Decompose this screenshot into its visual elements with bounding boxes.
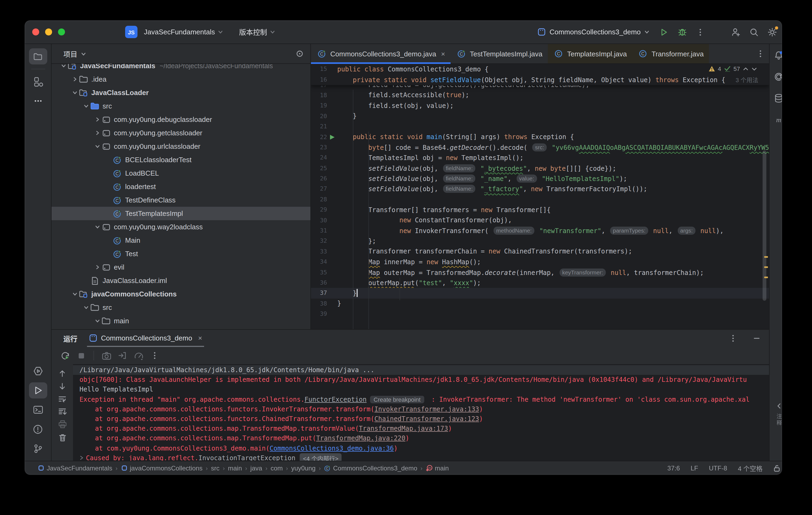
debug-button[interactable]	[674, 24, 690, 39]
tool-rail-at-button[interactable]	[770, 69, 782, 85]
tree-item-JavaSecFundamentals[interactable]: JavaSecFundamentals~/IdeaProjects/JavaSe…	[52, 64, 311, 73]
lock-icon[interactable]	[773, 464, 780, 472]
tool-rail-terminal-button[interactable]	[29, 402, 47, 418]
prev-problem-icon[interactable]	[743, 66, 749, 72]
tree-chevron-icon[interactable]	[70, 90, 79, 95]
editor-tab-CommonsCollections3_demo.java[interactable]: CCommonsCollections3_demo.java×	[311, 44, 451, 63]
tree-item-JavaClassLoader.iml[interactable]: JavaClassLoader.iml	[52, 274, 311, 287]
tree-item-Main[interactable]: CMain	[52, 234, 311, 247]
tree-item-.idea[interactable]: .idea	[52, 73, 311, 86]
internal-lines-chip[interactable]: <4 个内部行>	[300, 453, 342, 461]
tree-chevron-icon[interactable]	[82, 305, 90, 310]
project-panel-header[interactable]: 项目	[52, 44, 311, 64]
profiler-button[interactable]	[132, 349, 146, 362]
fold-icon[interactable]	[80, 456, 84, 460]
vcs-menu[interactable]: 版本控制	[237, 27, 278, 37]
tree-chevron-icon[interactable]	[70, 292, 79, 296]
close-window-button[interactable]	[32, 28, 39, 35]
tool-rail-git-branch-button[interactable]	[29, 440, 47, 456]
tree-chevron-icon[interactable]	[93, 117, 102, 122]
up-stack-trace-icon[interactable]	[59, 369, 66, 377]
caret-position-widget[interactable]: 37:6	[667, 464, 680, 472]
print-icon[interactable]	[58, 420, 67, 429]
tree-chevron-icon[interactable]	[93, 265, 102, 269]
clear-all-icon[interactable]	[58, 433, 66, 442]
breadcrumb-item-yuy0ung[interactable]: yuy0ung	[291, 464, 316, 472]
tool-rail-run-button[interactable]	[29, 382, 47, 398]
close-tab-icon[interactable]: ×	[441, 50, 445, 58]
locate-file-icon[interactable]	[295, 49, 304, 58]
tree-item-src[interactable]: src	[52, 301, 311, 314]
tree-item-evil[interactable]: evil	[52, 260, 311, 274]
stack-trace-link[interactable]: InvokerTransformer.java:133	[374, 405, 479, 413]
line-ending-widget[interactable]: LF	[691, 464, 698, 472]
tree-item-BCELclassloaderTest[interactable]: CBCELclassloaderTest	[52, 153, 311, 167]
usages-inlay-hint[interactable]: 3 个用法	[736, 77, 758, 83]
tool-rail-folder-button[interactable]	[29, 48, 47, 64]
tool-rail-bell-button[interactable]	[770, 47, 782, 63]
tree-item-main[interactable]: main	[52, 314, 311, 327]
tree-item-com.yuy0ung.debugclassloader[interactable]: com.yuy0ung.debugclassloader	[52, 113, 311, 126]
warning-stripe-mark[interactable]	[764, 277, 768, 278]
project-menu[interactable]: JavaSecFundamentals	[142, 28, 225, 36]
attach-debugger-button[interactable]	[115, 349, 129, 362]
stack-trace-link[interactable]: TransformedMap.java:173	[359, 425, 448, 432]
tool-rail-problems-button[interactable]	[29, 421, 47, 437]
stack-trace-link[interactable]: TransformedMap.java:220	[316, 435, 405, 442]
minimize-window-button[interactable]	[45, 28, 52, 35]
breadcrumb-item-main[interactable]: mmain	[426, 464, 449, 472]
close-icon[interactable]: ×	[198, 334, 202, 342]
editor-scrollbar[interactable]	[762, 150, 766, 301]
tree-item-LoadBCEL[interactable]: CLoadBCEL	[52, 167, 311, 180]
search-everywhere-button[interactable]	[746, 24, 762, 39]
warning-stripe-mark[interactable]	[764, 256, 768, 258]
settings-button[interactable]	[764, 24, 780, 39]
tool-rail-more-h-button[interactable]	[29, 93, 47, 109]
breadcrumb-item-JavaSecFundamentals[interactable]: JavaSecFundamentals	[37, 464, 112, 472]
tree-chevron-icon[interactable]	[93, 144, 102, 149]
run-console-tab[interactable]: CommonsCollections3_demo ×	[87, 330, 204, 347]
run-console-output[interactable]: /Library/Java/JavaVirtualMachines/jdk1.8…	[73, 364, 769, 461]
tool-rail-database-button[interactable]	[770, 90, 782, 106]
tree-chevron-icon[interactable]	[93, 318, 102, 323]
run-configuration-selector[interactable]: CommonsCollections3_demo	[533, 26, 654, 37]
zoom-window-button[interactable]	[58, 28, 65, 35]
editor-tab-TestTemplatesImpl.java[interactable]: CTestTemplatesImpl.java	[451, 44, 548, 63]
breadcrumb-item-src[interactable]: src	[211, 464, 220, 472]
hide-panel-button[interactable]	[750, 332, 764, 345]
tree-chevron-icon[interactable]	[93, 225, 102, 229]
encoding-widget[interactable]: UTF-8	[709, 464, 727, 472]
scroll-to-end-icon[interactable]	[58, 408, 66, 415]
breadcrumb-item-javaCommonsCollections[interactable]: javaCommonsCollections	[121, 464, 203, 472]
stack-trace-link[interactable]: FunctorException	[304, 396, 367, 403]
next-problem-icon[interactable]	[751, 66, 757, 72]
stack-trace-link[interactable]: ChainedTransformer.java:123	[374, 415, 479, 423]
indent-widget[interactable]: 4 个空格	[738, 463, 762, 473]
tool-rail-structure-button[interactable]	[29, 74, 47, 90]
editor-tab-Transformer.java[interactable]: CTransformer.java	[632, 44, 709, 63]
tool-rail-maven-button[interactable]: m	[770, 112, 782, 128]
tree-item-TestTemplatesImpl[interactable]: CTestTemplatesImpl	[52, 207, 311, 220]
tree-item-TestDefineClass[interactable]: CTestDefineClass	[52, 193, 311, 207]
breadcrumb-item-java[interactable]: java	[250, 464, 262, 472]
tool-rail-services-button[interactable]	[29, 363, 47, 379]
tree-item-Test[interactable]: CTest	[52, 247, 311, 260]
tree-item-javaCommonsCollections[interactable]: javaCommonsCollections	[52, 287, 311, 301]
editor-tab-TemplatesImpl.java[interactable]: CTemplatesImpl.java	[548, 44, 632, 63]
tree-chevron-icon[interactable]	[82, 104, 90, 109]
tree-item-com.yuy0ung.way2loadclass[interactable]: com.yuy0ung.way2loadclass	[52, 220, 311, 234]
inspections-widget[interactable]: 4 57	[708, 65, 757, 72]
create-breakpoint-chip[interactable]: Create breakpoint	[370, 396, 424, 403]
tree-chevron-icon[interactable]	[70, 77, 79, 82]
run-button[interactable]	[656, 24, 672, 39]
tree-item-com.yuy0ung.urlclassloader[interactable]: com.yuy0ung.urlclassloader	[52, 140, 311, 153]
stack-trace-link[interactable]: CommonsCollections3_demo.java:36	[269, 445, 394, 452]
console-more-button[interactable]	[148, 349, 162, 362]
thread-dump-button[interactable]	[99, 349, 113, 362]
breadcrumb-item-CommonsCollections3_demo[interactable]: CCommonsCollections3_demo	[324, 464, 417, 472]
tree-item-JavaClassLoader[interactable]: JavaClassLoader	[52, 86, 311, 99]
tree-chevron-icon[interactable]	[93, 131, 102, 135]
run-panel-options-button[interactable]	[726, 332, 740, 345]
breadcrumb-item-com[interactable]: com	[271, 464, 283, 472]
soft-wrap-icon[interactable]	[58, 395, 66, 403]
